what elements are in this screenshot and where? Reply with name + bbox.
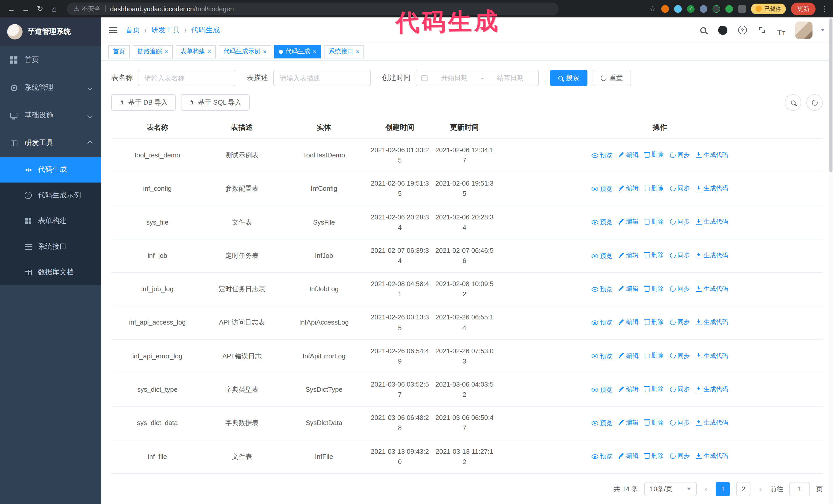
goto-page-input[interactable] [789, 482, 810, 496]
close-icon[interactable]: × [263, 48, 266, 55]
extension-icon[interactable] [700, 5, 708, 13]
chevron-down-icon[interactable] [821, 29, 825, 31]
toggle-search-button[interactable] [785, 94, 801, 111]
table-desc-input[interactable] [273, 70, 371, 86]
sidebar-item-codegen[interactable]: </> 代码生成 [0, 157, 101, 183]
preview-link[interactable]: 预览 [591, 352, 612, 361]
puzzle-icon[interactable] [738, 5, 746, 13]
extension-icon[interactable] [725, 5, 733, 13]
start-date-input[interactable]: 开始日期 [432, 73, 477, 82]
bookmark-star-icon[interactable]: ☆ [649, 4, 656, 13]
sync-link[interactable]: 同步 [670, 217, 690, 226]
generate-code-link[interactable]: 生成代码 [696, 251, 728, 260]
sync-link[interactable]: 同步 [670, 251, 690, 260]
prev-page-button[interactable]: ‹ [703, 485, 710, 494]
sync-link[interactable]: 同步 [670, 284, 690, 293]
sync-link[interactable]: 同步 [670, 318, 690, 327]
generate-code-link[interactable]: 生成代码 [696, 318, 728, 327]
edit-link[interactable]: 编辑 [618, 251, 639, 260]
preview-link[interactable]: 预览 [591, 452, 612, 461]
refresh-table-button[interactable] [806, 94, 823, 111]
breadcrumb-item[interactable]: 研发工具 [151, 25, 180, 34]
edit-link[interactable]: 编辑 [618, 385, 639, 394]
preview-link[interactable]: 预览 [591, 184, 612, 194]
preview-link[interactable]: 预览 [591, 218, 612, 227]
avatar[interactable] [795, 21, 812, 39]
sidebar-item-codegen-example[interactable]: ✓ 代码生成示例 [0, 183, 101, 208]
paused-badge[interactable]: 已暂停 [751, 3, 786, 14]
sync-link[interactable]: 同步 [670, 351, 690, 360]
extension-icon[interactable] [713, 5, 720, 13]
sync-link[interactable]: 同步 [670, 385, 690, 394]
font-size-icon[interactable]: TT [776, 24, 787, 35]
generate-code-link[interactable]: 生成代码 [696, 150, 728, 160]
generate-code-link[interactable]: 生成代码 [696, 284, 728, 293]
delete-link[interactable]: 删除 [645, 384, 664, 394]
preview-link[interactable]: 预览 [591, 251, 612, 261]
delete-link[interactable]: 删除 [645, 250, 664, 260]
browser-menu-icon[interactable]: ⋮ [821, 5, 828, 13]
delete-link[interactable]: 删除 [645, 150, 664, 160]
delete-link[interactable]: 删除 [645, 217, 664, 226]
preview-link[interactable]: 预览 [591, 151, 612, 160]
sync-link[interactable]: 同步 [670, 418, 690, 427]
sidebar-item-infrastructure[interactable]: 基础设施 [0, 101, 101, 129]
home-icon[interactable]: ⌂ [48, 3, 61, 15]
delete-link[interactable]: 删除 [645, 183, 664, 193]
app-logo-row[interactable]: 芋道管理系统 [0, 18, 101, 46]
preview-link[interactable]: 预览 [591, 385, 612, 394]
close-icon[interactable]: × [313, 48, 316, 55]
tab-trace[interactable]: 链路追踪× [133, 45, 173, 58]
extension-icon[interactable] [661, 5, 669, 13]
page-number-2[interactable]: 2 [736, 482, 751, 496]
github-icon[interactable] [717, 24, 729, 35]
insecure-warning[interactable]: ⚠ 不安全 [74, 4, 100, 13]
tab-codegen[interactable]: 代码生成× [274, 45, 321, 58]
sidebar-item-db-doc[interactable]: 数据库文档 [0, 259, 101, 285]
generate-code-link[interactable]: 生成代码 [696, 217, 728, 226]
tab-system-api[interactable]: 系统接口× [324, 45, 364, 58]
breadcrumb-item[interactable]: 首页 [125, 25, 140, 34]
help-icon[interactable]: ? [737, 24, 748, 35]
preview-link[interactable]: 预览 [591, 285, 612, 294]
scrollbar-thumb[interactable] [829, 19, 832, 172]
db-import-button[interactable]: 基于 DB 导入 [111, 94, 176, 111]
edit-link[interactable]: 编辑 [618, 217, 639, 226]
sync-link[interactable]: 同步 [670, 150, 690, 160]
edit-link[interactable]: 编辑 [618, 318, 639, 327]
sync-link[interactable]: 同步 [670, 184, 690, 193]
update-button[interactable]: 更新 [791, 2, 815, 15]
url-text[interactable]: dashboard.yudao.iocoder.cn/tool/codegen [110, 5, 234, 13]
edit-link[interactable]: 编辑 [618, 351, 639, 360]
sidebar-item-system-api[interactable]: 系统接口 [0, 234, 101, 259]
close-icon[interactable]: × [356, 48, 359, 55]
extension-icon[interactable] [674, 5, 682, 13]
delete-link[interactable]: 删除 [645, 417, 664, 427]
edit-link[interactable]: 编辑 [618, 150, 639, 160]
delete-link[interactable]: 删除 [645, 351, 664, 360]
page-number-1[interactable]: 1 [716, 482, 730, 496]
edit-link[interactable]: 编辑 [618, 452, 639, 461]
edit-link[interactable]: 编辑 [618, 418, 639, 427]
search-button[interactable]: 搜索 [550, 70, 588, 86]
tab-form-builder[interactable]: 表单构建× [176, 45, 216, 58]
forward-icon[interactable]: → [20, 3, 32, 15]
generate-code-link[interactable]: 生成代码 [696, 418, 728, 427]
page-size-select[interactable]: 10条/页 [644, 482, 696, 496]
edit-link[interactable]: 编辑 [618, 284, 639, 293]
sidebar-item-dev-tools[interactable]: 研发工具 [0, 129, 101, 157]
table-name-input[interactable] [138, 70, 235, 86]
sidebar-item-system-mgmt[interactable]: 系统管理 [0, 74, 101, 101]
preview-link[interactable]: 预览 [591, 418, 612, 428]
date-range-picker[interactable]: 开始日期 - 结束日期 [416, 70, 539, 86]
fullscreen-icon[interactable] [756, 24, 767, 35]
collapse-sidebar-icon[interactable] [109, 27, 117, 33]
delete-link[interactable]: 删除 [645, 317, 664, 327]
sql-import-button[interactable]: 基于 SQL 导入 [181, 94, 250, 111]
scrollbar[interactable] [829, 18, 833, 504]
reset-button[interactable]: 重置 [593, 70, 631, 86]
reload-icon[interactable]: ↻ [34, 3, 46, 15]
generate-code-link[interactable]: 生成代码 [696, 184, 728, 193]
extension-icon[interactable]: ✓ [687, 5, 695, 13]
sync-link[interactable]: 同步 [670, 452, 690, 461]
